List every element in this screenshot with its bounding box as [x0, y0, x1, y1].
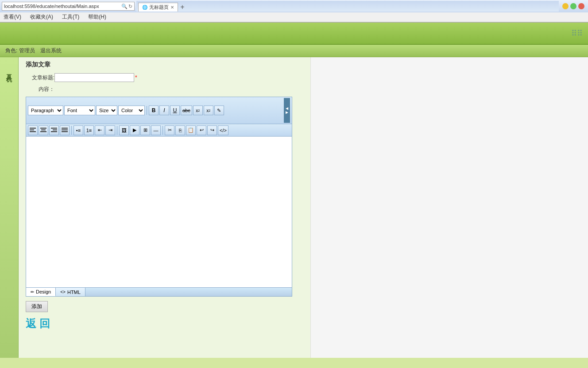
toolbar-expand-button[interactable]: ◀▶ [284, 98, 290, 123]
design-tab-label: Design [36, 289, 51, 294]
hr-button[interactable]: — [151, 125, 161, 135]
header-right: ⠿⠿ [571, 28, 583, 38]
page-title: 添加文章 [26, 61, 303, 69]
action-row: 添加 [26, 301, 303, 312]
required-star: * [135, 74, 137, 81]
html-tab-label: HTML [67, 290, 81, 295]
right-panel [310, 57, 588, 358]
justify-button[interactable] [60, 125, 70, 135]
table-button[interactable]: ⊞ [140, 125, 150, 135]
html-tab[interactable]: <> HTML [56, 288, 85, 296]
maximize-button[interactable] [570, 3, 576, 9]
size-select[interactable]: Size [96, 106, 117, 115]
content-area: 添加文章 文章标题: * 内容： Paragraph Font Size [19, 57, 310, 358]
toolbar-separator-1 [147, 106, 147, 115]
strikethrough-button[interactable]: abc [181, 106, 192, 115]
sidebar: 工具机 [0, 57, 19, 358]
align-center-button[interactable] [39, 125, 48, 135]
rte-toolbar-2: •≡ 1≡ ⇤ ⇥ 🖼 ▶ ⊞ — ✂ ⎘ 📋 ↩ ↪ </> [26, 124, 292, 137]
paste-button[interactable]: 📋 [186, 125, 196, 135]
bold-button[interactable]: B [149, 106, 159, 115]
browser-controls [561, 3, 586, 9]
svg-rect-13 [62, 129, 68, 130]
paragraph-select[interactable]: Paragraph [28, 106, 63, 115]
browser-chrome: localhost:5598/educate/nethoutai/Main.as… [0, 0, 588, 23]
svg-rect-4 [40, 128, 46, 129]
article-title-row: 文章标题: * [26, 73, 303, 82]
redo-button[interactable]: ↪ [207, 125, 217, 135]
article-title-label: 文章标题: [26, 74, 54, 82]
image-button[interactable]: 🖼 [119, 125, 129, 135]
toolbar-separator-4 [162, 126, 163, 135]
svg-rect-10 [51, 131, 57, 132]
address-bar[interactable]: localhost:5598/educate/nethoutai/Main.as… [2, 2, 135, 11]
role-text: 角色: 管理员 [5, 47, 35, 55]
svg-rect-5 [41, 129, 46, 130]
subscript-button[interactable]: x2 [204, 106, 213, 115]
dots-decoration: ⠿⠿ [571, 28, 583, 38]
content-label-row: 内容： [26, 86, 303, 93]
content-label: 内容： [26, 86, 54, 93]
indent-increase-button[interactable]: ⇥ [105, 125, 115, 135]
media-button[interactable]: ▶ [130, 125, 139, 135]
main-layout: 工具机 添加文章 文章标题: * 内容： Paragraph Font [0, 57, 588, 358]
rte-footer: ✏ Design <> HTML [26, 287, 292, 296]
app-header: ⠿⠿ [0, 23, 588, 45]
cut-button[interactable]: ✂ [165, 125, 174, 135]
tab-close-button[interactable]: ✕ [170, 5, 174, 10]
article-title-input[interactable] [54, 73, 134, 82]
svg-rect-0 [30, 128, 36, 129]
copy-button[interactable]: ⎘ [175, 125, 185, 135]
menu-tools[interactable]: 工具(T) [60, 12, 81, 22]
rte-toolbar-1: Paragraph Font Size Color B I U abc x2 x… [26, 97, 292, 124]
svg-rect-2 [30, 131, 36, 132]
font-select[interactable]: Font [64, 106, 95, 115]
tab-bar: 🌐 无标题页 ✕ + [136, 1, 559, 12]
toolbar-separator-3 [117, 126, 117, 135]
address-text: localhost:5598/educate/nethoutai/Main.as… [4, 4, 120, 9]
rte-container: Paragraph Font Size Color B I U abc x2 x… [26, 97, 292, 297]
color-select[interactable]: Color [118, 106, 145, 115]
logout-link[interactable]: 退出系统 [40, 47, 62, 55]
tab-icon: 🌐 [142, 5, 147, 10]
html-tab-icon: <> [60, 290, 66, 294]
sidebar-text: 工具机 [5, 70, 13, 72]
align-right-button[interactable] [49, 125, 59, 135]
svg-rect-14 [62, 131, 68, 132]
svg-rect-12 [62, 128, 68, 129]
search-icon: 🔍 [121, 4, 128, 9]
back-link[interactable]: 返 回 [26, 317, 303, 331]
ordered-list-button[interactable]: 1≡ [84, 125, 94, 135]
rte-content-area[interactable] [26, 137, 292, 287]
italic-button[interactable]: I [159, 106, 169, 115]
underline-button[interactable]: U [170, 106, 180, 115]
superscript-button[interactable]: x2 [193, 106, 203, 115]
menu-view[interactable]: 查看(V) [2, 12, 23, 22]
role-info-bar: 角色: 管理员 退出系统 [0, 45, 588, 57]
close-button[interactable] [578, 3, 584, 9]
indent-decrease-button[interactable]: ⇤ [95, 125, 104, 135]
menu-help[interactable]: 帮助(H) [86, 12, 108, 22]
svg-rect-8 [51, 128, 57, 129]
new-tab-button[interactable]: + [178, 3, 187, 12]
toolbar-separator-2 [71, 126, 72, 135]
unordered-list-button[interactable]: •≡ [74, 125, 83, 135]
menu-favorites[interactable]: 收藏夹(A) [28, 12, 55, 22]
browser-menu: 查看(V) 收藏夹(A) 工具(T) 帮助(H) [0, 12, 588, 22]
browser-tab[interactable]: 🌐 无标题页 ✕ [138, 3, 178, 12]
svg-rect-1 [30, 129, 34, 130]
sidebar-label: 工具机 [6, 70, 13, 72]
refresh-icon[interactable]: ↻ [128, 4, 132, 9]
svg-rect-6 [40, 131, 46, 132]
add-button[interactable]: 添加 [26, 301, 48, 312]
browser-titlebar: localhost:5598/educate/nethoutai/Main.as… [0, 0, 588, 12]
align-left-button[interactable] [28, 125, 38, 135]
tab-title: 无标题页 [149, 4, 169, 11]
design-tab-icon: ✏ [31, 290, 34, 294]
minimize-button[interactable] [562, 3, 569, 9]
svg-rect-9 [53, 129, 57, 130]
undo-button[interactable]: ↩ [197, 125, 206, 135]
source-button[interactable]: </> [218, 125, 228, 135]
highlight-button[interactable]: ✎ [214, 106, 224, 115]
design-tab[interactable]: ✏ Design [26, 288, 56, 296]
